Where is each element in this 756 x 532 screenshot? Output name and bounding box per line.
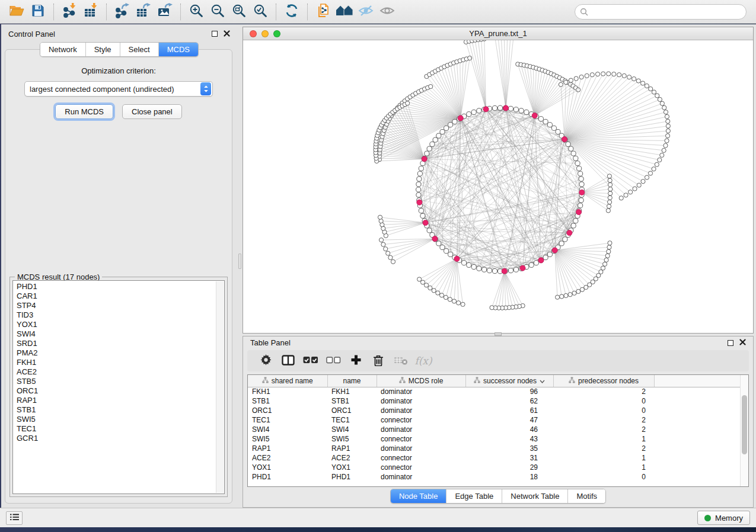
- tab-mcds[interactable]: MCDS: [158, 43, 198, 56]
- save-session-button[interactable]: [27, 2, 49, 21]
- mcds-result-item[interactable]: FKH1: [17, 358, 224, 367]
- table-cell: dominator: [377, 472, 465, 482]
- import-network-button[interactable]: [59, 2, 80, 21]
- search-input[interactable]: [575, 4, 747, 20]
- zoom-fit-button[interactable]: [228, 2, 250, 21]
- zoom-selected-button[interactable]: [250, 2, 271, 21]
- tab-select[interactable]: Select: [120, 43, 158, 56]
- network-window-titlebar[interactable]: YPA_prune.txt_1: [243, 27, 753, 40]
- mcds-result-item[interactable]: PMA2: [17, 348, 224, 358]
- table-cell: STB1: [248, 396, 327, 406]
- tab-edge-table[interactable]: Edge Table: [446, 489, 502, 503]
- tab-node-table[interactable]: Node Table: [391, 489, 446, 503]
- column-header-mcds-role[interactable]: MCDS role: [377, 375, 465, 387]
- show-all-button[interactable]: [377, 2, 398, 21]
- table-row[interactable]: PHD1PHD1dominator180: [248, 472, 741, 482]
- table-scrollbar[interactable]: [740, 375, 748, 486]
- table-row[interactable]: FKH1FKH1dominator962: [248, 387, 741, 396]
- table-row[interactable]: ORC1ORC1dominator610: [248, 406, 741, 415]
- network-canvas[interactable]: [243, 40, 753, 333]
- column-header-successor-nodes[interactable]: successor nodes: [465, 375, 553, 387]
- table-cell: ORC1: [248, 406, 327, 415]
- table-row[interactable]: RAP1RAP1dominator352: [248, 444, 741, 453]
- mcds-result-item[interactable]: STB5: [17, 377, 224, 386]
- table-row[interactable]: ACE2ACE2connector311: [248, 453, 741, 463]
- mcds-result-item[interactable]: CAR1: [17, 291, 224, 301]
- table-row[interactable]: TEC1TEC1connector472: [248, 415, 741, 425]
- zoom-in-button[interactable]: [186, 2, 207, 21]
- import-table-button[interactable]: [80, 2, 101, 21]
- open-session-button[interactable]: [6, 2, 27, 21]
- mcds-result-item[interactable]: ACE2: [17, 367, 224, 377]
- mcds-result-list[interactable]: PHD1CAR1STP4TID3YOX1SWI4SRD1PMA2FKH1ACE2…: [12, 280, 225, 494]
- table-row[interactable]: STB1STB1dominator620: [248, 396, 741, 406]
- column-header-predecessor-nodes[interactable]: predecessor nodes: [553, 375, 654, 387]
- panel-splitter[interactable]: [237, 27, 243, 508]
- table-settings-button[interactable]: [254, 352, 277, 370]
- mcds-result-item[interactable]: GCR1: [17, 434, 224, 443]
- table-row[interactable]: YOX1YOX1connector291: [248, 463, 741, 472]
- close-window-icon[interactable]: [250, 30, 257, 37]
- tab-motifs[interactable]: Motifs: [567, 489, 605, 503]
- table-cell: connector: [377, 434, 465, 444]
- mcds-result-item[interactable]: SRD1: [17, 339, 224, 348]
- tab-network-table[interactable]: Network Table: [502, 489, 567, 503]
- delete-table-button[interactable]: [390, 352, 412, 370]
- mcds-result-item[interactable]: SWI4: [17, 329, 224, 339]
- table-cell: RAP1: [327, 444, 377, 453]
- mcds-result-item[interactable]: SWI5: [17, 415, 224, 424]
- result-list-scrollbar[interactable]: [216, 281, 224, 493]
- delete-column-button[interactable]: [367, 352, 390, 370]
- show-columns-button[interactable]: [277, 352, 299, 370]
- table-cell: TEC1: [327, 415, 377, 425]
- memory-button[interactable]: Memory: [697, 511, 750, 525]
- task-history-button[interactable]: [6, 511, 23, 525]
- export-image-button[interactable]: [154, 2, 176, 21]
- mcds-result-item[interactable]: TID3: [17, 310, 224, 320]
- table-row[interactable]: SWI5SWI5connector431: [248, 434, 741, 444]
- mcds-result-item[interactable]: TEC1: [17, 424, 224, 434]
- first-neighbors-button[interactable]: [334, 2, 355, 21]
- float-table-panel-icon[interactable]: [728, 340, 733, 346]
- tab-style[interactable]: Style: [85, 43, 120, 56]
- splitter-handle[interactable]: [238, 254, 241, 269]
- mcds-result-item[interactable]: PHD1: [17, 282, 224, 291]
- table-cell: 43: [465, 434, 553, 444]
- create-column-button[interactable]: [344, 352, 367, 370]
- run-mcds-button[interactable]: Run MCDS: [55, 104, 113, 119]
- select-all-columns-button[interactable]: [299, 352, 322, 370]
- close-panel-icon[interactable]: [224, 30, 230, 39]
- network-view[interactable]: [243, 40, 753, 333]
- horizontal-splitter-handle[interactable]: [495, 332, 502, 336]
- close-table-panel-icon[interactable]: [739, 338, 746, 347]
- tree-icon: [399, 377, 406, 385]
- table-cell: ACE2: [327, 453, 377, 463]
- clone-network-button[interactable]: [312, 2, 334, 21]
- mcds-result-item[interactable]: ORC1: [17, 386, 224, 396]
- export-table-button[interactable]: [133, 2, 154, 21]
- mcds-result-item[interactable]: YOX1: [17, 320, 224, 329]
- column-header-shared-name[interactable]: shared name: [248, 375, 327, 387]
- column-header-name[interactable]: name: [327, 375, 377, 387]
- zoom-window-icon[interactable]: [273, 30, 280, 37]
- refresh-button[interactable]: [281, 2, 302, 21]
- optimization-criterion-select[interactable]: largest connected component (undirected): [24, 81, 213, 97]
- mcds-result-item[interactable]: STP4: [17, 301, 224, 310]
- minimize-window-icon[interactable]: [261, 30, 269, 37]
- table-row[interactable]: SWI4SWI4dominator462: [248, 425, 741, 434]
- table-cell: FKH1: [327, 387, 377, 396]
- mcds-result-item[interactable]: STB1: [17, 405, 224, 415]
- close-panel-button[interactable]: Close panel: [122, 104, 182, 119]
- export-network-button[interactable]: [111, 2, 133, 21]
- table-cell: 46: [465, 425, 553, 434]
- mcds-result-item[interactable]: RAP1: [17, 396, 224, 405]
- horizontal-splitter[interactable]: [243, 334, 754, 335]
- export-network-icon: [114, 3, 130, 20]
- hide-selected-button[interactable]: [355, 2, 377, 21]
- function-builder-button[interactable]: f(x): [412, 352, 435, 370]
- table-scrollbar-thumb[interactable]: [742, 395, 747, 454]
- deselect-all-columns-button[interactable]: [322, 352, 344, 370]
- tab-network[interactable]: Network: [40, 43, 85, 56]
- float-panel-icon[interactable]: [212, 31, 218, 37]
- zoom-out-button[interactable]: [207, 2, 228, 21]
